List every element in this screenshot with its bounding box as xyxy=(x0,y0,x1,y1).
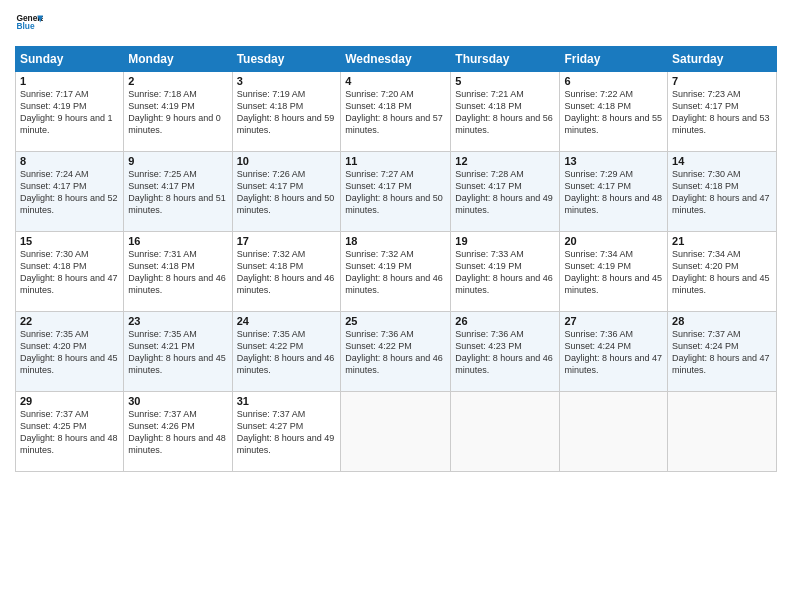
svg-text:Blue: Blue xyxy=(16,21,34,31)
calendar-cell: 13Sunrise: 7:29 AMSunset: 4:17 PMDayligh… xyxy=(560,152,668,232)
calendar-cell: 7Sunrise: 7:23 AMSunset: 4:17 PMDaylight… xyxy=(668,72,777,152)
day-info: Sunrise: 7:19 AMSunset: 4:18 PMDaylight:… xyxy=(237,88,337,137)
day-info: Sunrise: 7:37 AMSunset: 4:26 PMDaylight:… xyxy=(128,408,227,457)
day-info: Sunrise: 7:37 AMSunset: 4:24 PMDaylight:… xyxy=(672,328,772,377)
day-info: Sunrise: 7:35 AMSunset: 4:20 PMDaylight:… xyxy=(20,328,119,377)
day-number: 20 xyxy=(564,235,663,247)
day-info: Sunrise: 7:28 AMSunset: 4:17 PMDaylight:… xyxy=(455,168,555,217)
day-info: Sunrise: 7:34 AMSunset: 4:19 PMDaylight:… xyxy=(564,248,663,297)
calendar-cell: 8Sunrise: 7:24 AMSunset: 4:17 PMDaylight… xyxy=(16,152,124,232)
weekday-header-tuesday: Tuesday xyxy=(232,47,341,72)
day-info: Sunrise: 7:36 AMSunset: 4:24 PMDaylight:… xyxy=(564,328,663,377)
calendar-week-5: 29Sunrise: 7:37 AMSunset: 4:25 PMDayligh… xyxy=(16,392,777,472)
calendar-cell xyxy=(451,392,560,472)
logo-icon: GeneralBlue xyxy=(15,10,43,38)
day-number: 11 xyxy=(345,155,446,167)
day-number: 5 xyxy=(455,75,555,87)
calendar-week-1: 1Sunrise: 7:17 AMSunset: 4:19 PMDaylight… xyxy=(16,72,777,152)
day-info: Sunrise: 7:25 AMSunset: 4:17 PMDaylight:… xyxy=(128,168,227,217)
day-number: 13 xyxy=(564,155,663,167)
day-number: 9 xyxy=(128,155,227,167)
day-number: 14 xyxy=(672,155,772,167)
weekday-header-thursday: Thursday xyxy=(451,47,560,72)
day-info: Sunrise: 7:36 AMSunset: 4:22 PMDaylight:… xyxy=(345,328,446,377)
header: GeneralBlue xyxy=(15,10,777,38)
calendar-cell: 20Sunrise: 7:34 AMSunset: 4:19 PMDayligh… xyxy=(560,232,668,312)
day-number: 26 xyxy=(455,315,555,327)
day-info: Sunrise: 7:35 AMSunset: 4:21 PMDaylight:… xyxy=(128,328,227,377)
day-info: Sunrise: 7:18 AMSunset: 4:19 PMDaylight:… xyxy=(128,88,227,137)
weekday-header-sunday: Sunday xyxy=(16,47,124,72)
calendar-cell: 9Sunrise: 7:25 AMSunset: 4:17 PMDaylight… xyxy=(124,152,232,232)
day-info: Sunrise: 7:24 AMSunset: 4:17 PMDaylight:… xyxy=(20,168,119,217)
calendar-cell: 31Sunrise: 7:37 AMSunset: 4:27 PMDayligh… xyxy=(232,392,341,472)
logo: GeneralBlue xyxy=(15,10,43,38)
day-number: 21 xyxy=(672,235,772,247)
day-info: Sunrise: 7:32 AMSunset: 4:19 PMDaylight:… xyxy=(345,248,446,297)
day-number: 28 xyxy=(672,315,772,327)
weekday-header-wednesday: Wednesday xyxy=(341,47,451,72)
calendar-cell: 27Sunrise: 7:36 AMSunset: 4:24 PMDayligh… xyxy=(560,312,668,392)
day-number: 19 xyxy=(455,235,555,247)
calendar-cell: 2Sunrise: 7:18 AMSunset: 4:19 PMDaylight… xyxy=(124,72,232,152)
day-number: 10 xyxy=(237,155,337,167)
day-info: Sunrise: 7:35 AMSunset: 4:22 PMDaylight:… xyxy=(237,328,337,377)
day-info: Sunrise: 7:26 AMSunset: 4:17 PMDaylight:… xyxy=(237,168,337,217)
calendar-cell: 3Sunrise: 7:19 AMSunset: 4:18 PMDaylight… xyxy=(232,72,341,152)
calendar-cell: 30Sunrise: 7:37 AMSunset: 4:26 PMDayligh… xyxy=(124,392,232,472)
day-info: Sunrise: 7:27 AMSunset: 4:17 PMDaylight:… xyxy=(345,168,446,217)
day-info: Sunrise: 7:17 AMSunset: 4:19 PMDaylight:… xyxy=(20,88,119,137)
calendar-cell: 4Sunrise: 7:20 AMSunset: 4:18 PMDaylight… xyxy=(341,72,451,152)
day-number: 1 xyxy=(20,75,119,87)
day-number: 17 xyxy=(237,235,337,247)
calendar-cell xyxy=(560,392,668,472)
calendar-cell: 26Sunrise: 7:36 AMSunset: 4:23 PMDayligh… xyxy=(451,312,560,392)
calendar-cell: 28Sunrise: 7:37 AMSunset: 4:24 PMDayligh… xyxy=(668,312,777,392)
day-number: 27 xyxy=(564,315,663,327)
day-number: 22 xyxy=(20,315,119,327)
day-number: 29 xyxy=(20,395,119,407)
day-number: 25 xyxy=(345,315,446,327)
calendar-week-2: 8Sunrise: 7:24 AMSunset: 4:17 PMDaylight… xyxy=(16,152,777,232)
calendar-cell: 22Sunrise: 7:35 AMSunset: 4:20 PMDayligh… xyxy=(16,312,124,392)
calendar-cell: 5Sunrise: 7:21 AMSunset: 4:18 PMDaylight… xyxy=(451,72,560,152)
weekday-header-row: SundayMondayTuesdayWednesdayThursdayFrid… xyxy=(16,47,777,72)
calendar-cell: 18Sunrise: 7:32 AMSunset: 4:19 PMDayligh… xyxy=(341,232,451,312)
day-number: 24 xyxy=(237,315,337,327)
day-info: Sunrise: 7:21 AMSunset: 4:18 PMDaylight:… xyxy=(455,88,555,137)
calendar-week-3: 15Sunrise: 7:30 AMSunset: 4:18 PMDayligh… xyxy=(16,232,777,312)
calendar-cell: 24Sunrise: 7:35 AMSunset: 4:22 PMDayligh… xyxy=(232,312,341,392)
calendar-cell: 19Sunrise: 7:33 AMSunset: 4:19 PMDayligh… xyxy=(451,232,560,312)
weekday-header-friday: Friday xyxy=(560,47,668,72)
calendar-cell: 21Sunrise: 7:34 AMSunset: 4:20 PMDayligh… xyxy=(668,232,777,312)
calendar-cell xyxy=(341,392,451,472)
day-number: 31 xyxy=(237,395,337,407)
calendar-cell: 12Sunrise: 7:28 AMSunset: 4:17 PMDayligh… xyxy=(451,152,560,232)
calendar-week-4: 22Sunrise: 7:35 AMSunset: 4:20 PMDayligh… xyxy=(16,312,777,392)
calendar-cell: 16Sunrise: 7:31 AMSunset: 4:18 PMDayligh… xyxy=(124,232,232,312)
calendar-cell: 11Sunrise: 7:27 AMSunset: 4:17 PMDayligh… xyxy=(341,152,451,232)
weekday-header-saturday: Saturday xyxy=(668,47,777,72)
day-info: Sunrise: 7:20 AMSunset: 4:18 PMDaylight:… xyxy=(345,88,446,137)
calendar-cell xyxy=(668,392,777,472)
day-number: 30 xyxy=(128,395,227,407)
day-number: 18 xyxy=(345,235,446,247)
day-info: Sunrise: 7:30 AMSunset: 4:18 PMDaylight:… xyxy=(672,168,772,217)
day-number: 16 xyxy=(128,235,227,247)
day-number: 8 xyxy=(20,155,119,167)
day-number: 6 xyxy=(564,75,663,87)
page-container: GeneralBlue SundayMondayTuesdayWednesday… xyxy=(0,0,792,482)
day-info: Sunrise: 7:32 AMSunset: 4:18 PMDaylight:… xyxy=(237,248,337,297)
day-info: Sunrise: 7:23 AMSunset: 4:17 PMDaylight:… xyxy=(672,88,772,137)
calendar-cell: 25Sunrise: 7:36 AMSunset: 4:22 PMDayligh… xyxy=(341,312,451,392)
calendar-table: SundayMondayTuesdayWednesdayThursdayFrid… xyxy=(15,46,777,472)
day-info: Sunrise: 7:22 AMSunset: 4:18 PMDaylight:… xyxy=(564,88,663,137)
day-info: Sunrise: 7:37 AMSunset: 4:27 PMDaylight:… xyxy=(237,408,337,457)
calendar-cell: 29Sunrise: 7:37 AMSunset: 4:25 PMDayligh… xyxy=(16,392,124,472)
day-info: Sunrise: 7:33 AMSunset: 4:19 PMDaylight:… xyxy=(455,248,555,297)
day-info: Sunrise: 7:31 AMSunset: 4:18 PMDaylight:… xyxy=(128,248,227,297)
calendar-cell: 6Sunrise: 7:22 AMSunset: 4:18 PMDaylight… xyxy=(560,72,668,152)
day-info: Sunrise: 7:29 AMSunset: 4:17 PMDaylight:… xyxy=(564,168,663,217)
day-number: 23 xyxy=(128,315,227,327)
calendar-cell: 10Sunrise: 7:26 AMSunset: 4:17 PMDayligh… xyxy=(232,152,341,232)
